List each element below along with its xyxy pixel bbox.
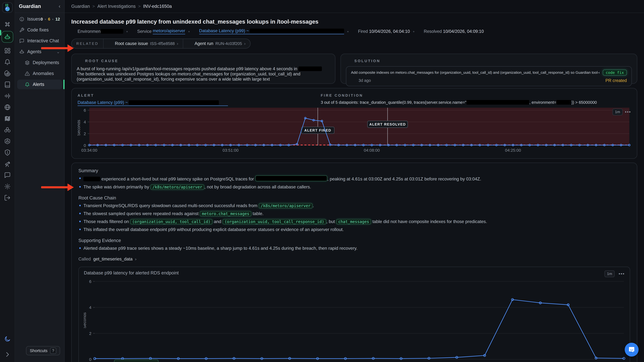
alert-latency-chart[interactable]: 024603:34:0003:51:0004:08:0004:25:00ALER… — [78, 107, 632, 155]
alert-label: ALERT — [78, 93, 228, 97]
sidebar: Guardian ‹ Issues0●6●12Code fixesInterac… — [15, 0, 64, 362]
svg-text:2: 2 — [84, 131, 86, 136]
svg-text:Seconds: Seconds — [84, 313, 87, 328]
chart-menu-icon[interactable]: ••• — [625, 109, 631, 115]
sidebar-item-anomalies[interactable]: Anomalies — [17, 69, 62, 78]
rail-shield-icon[interactable] — [4, 149, 11, 156]
redaction — [250, 29, 344, 33]
meta-row: Environmen ● Service metoro/apiserver ● … — [71, 28, 637, 34]
code-chip: metoro.chat_messages — [200, 211, 251, 216]
investigation-card: Summary experienced a short-lived but re… — [71, 163, 637, 362]
sidebar-item-alerts[interactable]: Alerts — [17, 80, 62, 89]
question-key-icon: ? — [50, 348, 56, 354]
root-cause-chain-heading: Root Cause Chain — [78, 195, 630, 201]
svg-text:0: 0 — [84, 143, 86, 148]
sidebar-item-label: Deployments — [33, 60, 59, 65]
db-latency-chart-card: Database p99 latency for alerted RDS end… — [78, 267, 630, 362]
bullet-item: Those reads filtered on (organization_uu… — [78, 219, 630, 224]
rail-map-icon[interactable] — [4, 115, 11, 122]
breadcrumb-alert-investigations[interactable]: Alert Investigations — [98, 4, 136, 9]
rail-moon-icon[interactable] — [4, 336, 11, 342]
root-cause-text: A burst of long-running /api/v1/guardian… — [77, 66, 330, 82]
svg-text:4: 4 — [89, 305, 92, 310]
summary-heading: Summary — [78, 168, 630, 173]
service-link[interactable]: metoro/apiserver — [153, 28, 185, 34]
sidebar-item-interactive-chat[interactable]: Interactive Chat — [17, 36, 62, 46]
page-title: Increased database p99 latency from unin… — [71, 18, 637, 25]
code-chip: (organization_uuid, tool_call_response_i… — [222, 219, 326, 224]
rail-waveform-icon[interactable] — [4, 93, 11, 99]
alert-circle-icon — [19, 17, 24, 22]
bullseye-icon — [77, 58, 82, 64]
wrench-icon — [19, 27, 24, 32]
rail-kubernetes-icon[interactable] — [4, 138, 11, 145]
rail-telescope-icon[interactable] — [4, 160, 11, 167]
pr-created-badge: PR created — [606, 78, 627, 83]
sidebar-collapse-icon[interactable]: ‹ — [59, 3, 60, 9]
run-id: RUN-4c03f205 — [215, 41, 242, 46]
related-bar: RELATED Root cause issue ISS-4f5e8588 › … — [71, 38, 250, 49]
rail-gear-icon[interactable] — [4, 183, 11, 190]
bullet-item: experienced a short-lived but real p99 l… — [78, 175, 630, 182]
rail-cubes-icon[interactable] — [4, 126, 11, 133]
svg-text:4: 4 — [84, 120, 86, 124]
main-content: Guardian > Alert Investigations > INV-ed… — [64, 0, 644, 362]
breadcrumb-current: INV-edc1650a — [143, 4, 172, 9]
environment-label: Environmen — [78, 29, 100, 34]
sidebar-item-deployments[interactable]: Deployments — [17, 58, 62, 67]
svg-text:04:08:00: 04:08:00 — [364, 148, 380, 152]
bell-icon — [25, 82, 30, 87]
resolution-chip[interactable]: 1m — [612, 108, 622, 115]
intercom-chat-button[interactable] — [625, 343, 638, 357]
warning-triangle-icon — [25, 71, 30, 76]
alert-link[interactable]: Database Latency (p99) ~ — [199, 28, 344, 34]
resolution-chip[interactable]: 1m — [604, 270, 615, 277]
chart-title: Database p99 latency for alerted RDS end… — [84, 270, 625, 276]
alert-definition-link[interactable]: Database Latency (p99) ~ — [78, 100, 228, 106]
issues-counts: 0●6●12 — [40, 17, 60, 21]
svg-text:ALERT RESOLVED: ALERT RESOLVED — [369, 122, 406, 126]
breadcrumb: Guardian > Alert Investigations > INV-ed… — [71, 4, 172, 9]
external-link-icon[interactable] — [222, 100, 226, 105]
svg-text:03:34:00: 03:34:00 — [81, 148, 97, 152]
rail-globe-icon[interactable] — [4, 104, 11, 111]
chart-menu-icon[interactable]: ••• — [618, 271, 625, 277]
svg-text:0: 0 — [89, 357, 92, 362]
db-latency-chart[interactable]: 024603:45:0003:50:0003:55:0004:00:00Seco… — [84, 276, 626, 362]
bullet-item: The spike was driven primarily by /k8s/m… — [78, 184, 630, 190]
breadcrumb-guardian[interactable]: Guardian — [71, 4, 90, 9]
root-cause-chain-bullets: Transient PostgreSQL/RDS query slowdown … — [78, 203, 630, 232]
chat-bubble-icon — [628, 346, 635, 353]
called-label: Called — [78, 257, 91, 262]
rail-grid-icon[interactable] — [4, 47, 11, 54]
shortcuts-button[interactable]: Shortcuts ? — [26, 346, 60, 355]
related-agent-run[interactable]: Agent run RUN-4c03f205 › — [183, 39, 250, 48]
related-root-cause-issue[interactable]: Root cause issue ISS-4f5e8588 › — [104, 39, 183, 48]
sidebar-item-label: Interactive Chat — [27, 38, 59, 43]
svg-text:6: 6 — [89, 279, 92, 284]
code-chip: /k8s/metoro/apiserver — [150, 184, 204, 190]
rail-bell-icon[interactable] — [4, 59, 11, 65]
check-circle-icon — [418, 29, 422, 34]
solution-text: Add composite indexes on metoro.chat_mes… — [351, 70, 600, 75]
code-fix-chip[interactable]: code fix — [603, 69, 627, 75]
sidebar-item-issues[interactable]: Issues0●6●12 — [17, 14, 62, 24]
guardian-app: Guardian ‹ Issues0●6●12Code fixesInterac… — [0, 0, 644, 362]
fire-condition-text: 3 out of 5 datapoints: trace_duration_qu… — [321, 100, 631, 105]
sidebar-item-code-fixes[interactable]: Code fixes — [17, 25, 62, 35]
clock-icon — [351, 78, 355, 83]
rail-book-icon[interactable] — [4, 81, 11, 88]
called-tool-row[interactable]: Called get_timeseries_data › — [78, 257, 630, 262]
guardian-logo-icon[interactable] — [2, 2, 13, 13]
rail-logout-icon[interactable] — [4, 194, 11, 201]
bullet-item: This inflated the overall database endpo… — [78, 227, 630, 232]
rail-chevron-right-icon[interactable] — [4, 351, 11, 358]
sidebar-item-agents[interactable]: Agents⌄ — [17, 47, 62, 56]
solution-card[interactable]: Add composite indexes on metoro.chat_mes… — [346, 66, 632, 86]
rail-radar-icon[interactable] — [4, 70, 11, 77]
rail-robot-icon[interactable] — [2, 31, 13, 43]
svg-text:ALERT FIRED: ALERT FIRED — [304, 128, 331, 132]
rail-command-icon[interactable] — [4, 21, 11, 28]
chevron-right-icon: › — [244, 41, 246, 46]
rail-chat-icon[interactable] — [4, 172, 11, 178]
